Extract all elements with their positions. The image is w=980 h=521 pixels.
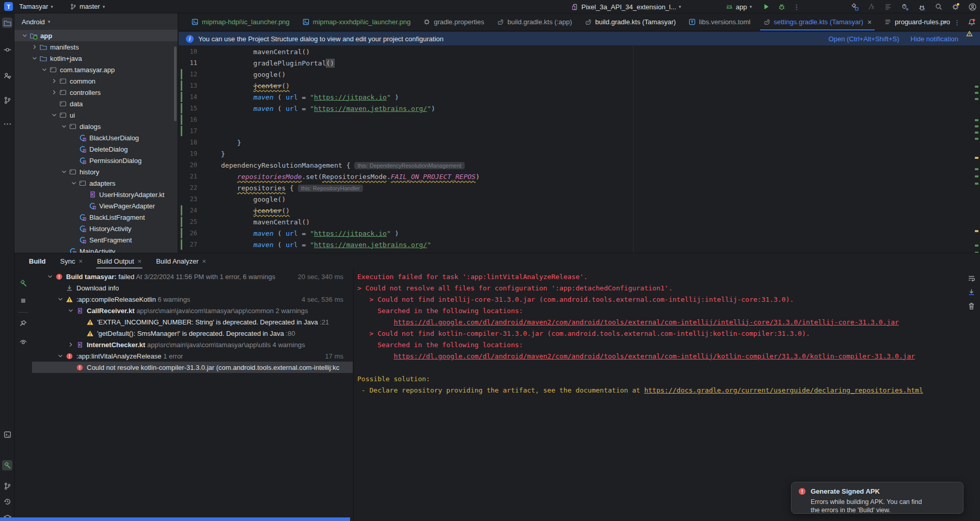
project-tree-item[interactable]: com.tamasyar.app <box>14 64 178 75</box>
code-line[interactable]: 21 repositoriesMode.set(RepositoriesMode… <box>179 171 971 182</box>
project-tree-item[interactable]: PermissionDialog <box>14 155 178 166</box>
editor-tab[interactable]: mipmap-xxxhdpi\ic_launcher.png <box>296 13 417 30</box>
editor-tab[interactable]: settings.gradle.kts (Tamasyar)× <box>757 13 878 30</box>
more-actions-icon[interactable]: ⋮ <box>793 3 800 11</box>
clear-all-icon[interactable] <box>967 302 976 311</box>
project-tree-item[interactable]: DeleteDialog <box>14 143 178 155</box>
chevron-down-icon[interactable] <box>60 123 68 130</box>
notification-popup[interactable]: Generate Signed APK Errors while buildin… <box>791 482 963 514</box>
build-tree-item[interactable]: Build tamasyar: failed At 3/22/2024 11:5… <box>32 271 353 282</box>
project-tree-item[interactable]: UserHistoryAdapter.kt <box>14 189 178 200</box>
project-tree-item[interactable]: MainActivity <box>14 246 178 253</box>
code-line[interactable]: 25 mavenCentral() <box>179 216 971 227</box>
close-tab-icon[interactable]: × <box>202 257 207 265</box>
project-view-selector[interactable]: Android ▾ <box>14 13 178 30</box>
console-link[interactable]: https://docs.gradle.org/current/userguid… <box>644 386 923 394</box>
code-line[interactable]: 20dependencyResolutionManagement {this: … <box>179 159 971 171</box>
close-tab-icon[interactable]: × <box>867 18 872 26</box>
project-tree-item[interactable]: manifests <box>14 41 178 53</box>
chevron-down-icon[interactable] <box>21 32 29 39</box>
build-panel-tab[interactable]: Build Analyzer× <box>151 253 211 269</box>
project-tree-item[interactable]: HistoryActivity <box>14 223 178 234</box>
git-tool-window-icon[interactable] <box>2 481 12 491</box>
device-selector[interactable]: Pixel_3a_API_34_extension_l... ▾ <box>568 2 684 12</box>
build-tree-item[interactable]: 'EXTRA_INCOMING_NUMBER: String' is depre… <box>32 316 353 328</box>
project-tree-item[interactable]: BlackListFragment <box>14 211 178 223</box>
tab-list-chevron-icon[interactable]: ▾ <box>943 19 946 26</box>
editor-tab[interactable]: build.gradle.kts (Tamasyar) <box>578 13 682 30</box>
project-selector[interactable]: Tamasyar ▾ <box>16 2 56 11</box>
code-line[interactable]: 16 <box>179 114 971 125</box>
more-tool-windows-icon[interactable] <box>2 119 12 129</box>
tab-options-icon[interactable]: ⋮ <box>954 19 960 26</box>
build-tree-item[interactable]: Download info <box>32 282 353 294</box>
terminal-tool-window-icon[interactable] <box>2 429 12 439</box>
code-line[interactable]: 23 google() <box>179 193 971 205</box>
code-line[interactable]: 11 gradlePluginPortal() <box>179 57 971 69</box>
code-line[interactable]: 18 } <box>179 137 971 148</box>
build-splitter[interactable] <box>353 269 354 521</box>
project-tree-item[interactable]: ViewPagerAdapter <box>14 200 178 211</box>
project-tree-item[interactable]: app <box>14 30 178 41</box>
history-tool-window-icon[interactable] <box>2 496 12 507</box>
pull-requests-icon[interactable] <box>2 70 12 80</box>
console-link[interactable]: https://dl.google.com/dl/android/maven2/… <box>393 352 915 360</box>
chevron-down-icon[interactable] <box>50 111 58 119</box>
notifications-bell-icon[interactable] <box>968 18 976 26</box>
chevron-down-icon[interactable] <box>66 307 75 314</box>
code-line[interactable]: 10 mavenCentral() <box>179 46 971 57</box>
run-button[interactable] <box>762 3 770 11</box>
attach-debugger-button[interactable] <box>900 3 909 11</box>
run-config-selector[interactable]: app ▾ <box>722 2 755 12</box>
branch-selector[interactable]: master ▾ <box>67 2 108 11</box>
project-tree-item[interactable]: ui <box>14 109 178 121</box>
code-editor[interactable]: 10 mavenCentral()11 gradlePluginPortal()… <box>179 46 971 253</box>
project-tree-item[interactable]: kotlin+java <box>14 53 178 64</box>
chevron-right-icon[interactable] <box>66 341 75 348</box>
build-button[interactable] <box>850 3 859 11</box>
code-line[interactable]: 27 maven ( url = "https://maven.jetbrain… <box>179 239 971 250</box>
chevron-right-icon[interactable] <box>50 89 58 96</box>
code-line[interactable]: 26 maven ( url = "https://jitpack.io" ) <box>179 227 971 239</box>
build-tree-item[interactable]: Could not resolve kotlin-compiler-31.3.0… <box>32 362 353 373</box>
project-tree-item[interactable]: BlackUserDialog <box>14 132 178 143</box>
chevron-down-icon[interactable] <box>40 66 49 73</box>
chevron-down-icon[interactable] <box>56 296 65 303</box>
editor-tab[interactable]: build.gradle.kts (:app) <box>491 13 578 30</box>
editor-tab[interactable]: gradle.properties <box>417 13 491 30</box>
console-link[interactable]: https://dl.google.com/dl/android/maven2/… <box>393 318 898 326</box>
debug-button[interactable] <box>778 3 786 11</box>
project-tree-item[interactable]: controllers <box>14 87 178 98</box>
project-tree-item[interactable]: SentFragment <box>14 234 178 246</box>
project-tool-window-icon[interactable] <box>2 18 12 28</box>
settings-button[interactable] <box>951 3 960 11</box>
project-tree-item[interactable]: dialogs <box>14 121 178 132</box>
editor-tab[interactable]: libs.versions.toml <box>682 13 757 30</box>
code-line[interactable]: 19} <box>179 148 971 159</box>
close-tab-icon[interactable]: × <box>78 257 83 265</box>
build-window-title[interactable]: Build <box>24 253 51 269</box>
project-tree-item[interactable]: history <box>14 166 178 177</box>
account-button[interactable] <box>968 3 977 11</box>
code-line[interactable]: 17 <box>179 125 971 137</box>
code-line[interactable]: 13 jcenter() <box>179 80 971 91</box>
code-line[interactable]: 14 maven ( url = "https://jitpack.io" ) <box>179 91 971 103</box>
profiler-button[interactable]: A <box>867 3 876 11</box>
chevron-down-icon[interactable] <box>60 168 68 175</box>
soft-wrap-icon[interactable] <box>967 274 976 283</box>
project-tree-scrollbar[interactable] <box>174 46 177 121</box>
restart-build-icon[interactable] <box>18 278 28 288</box>
scroll-to-end-icon[interactable] <box>967 288 976 297</box>
build-tree-item[interactable]: :app:lintVitalAnalyzeRelease 1 error17 m… <box>32 350 353 362</box>
branches-icon[interactable] <box>2 95 12 105</box>
project-tree-item[interactable]: adapters <box>14 177 178 189</box>
chevron-down-icon[interactable] <box>30 55 39 62</box>
chevron-down-icon[interactable] <box>45 273 54 280</box>
chevron-right-icon[interactable] <box>50 77 58 85</box>
chevron-down-icon[interactable] <box>70 180 78 187</box>
pin-icon[interactable] <box>18 318 28 329</box>
error-stripe[interactable] <box>974 34 979 253</box>
build-tree-item[interactable]: InternetChecker.kt app\src\main\java\com… <box>32 339 353 350</box>
coverage-button[interactable] <box>884 3 892 11</box>
code-line[interactable]: 15 maven ( url = "https://maven.jetbrain… <box>179 103 971 114</box>
